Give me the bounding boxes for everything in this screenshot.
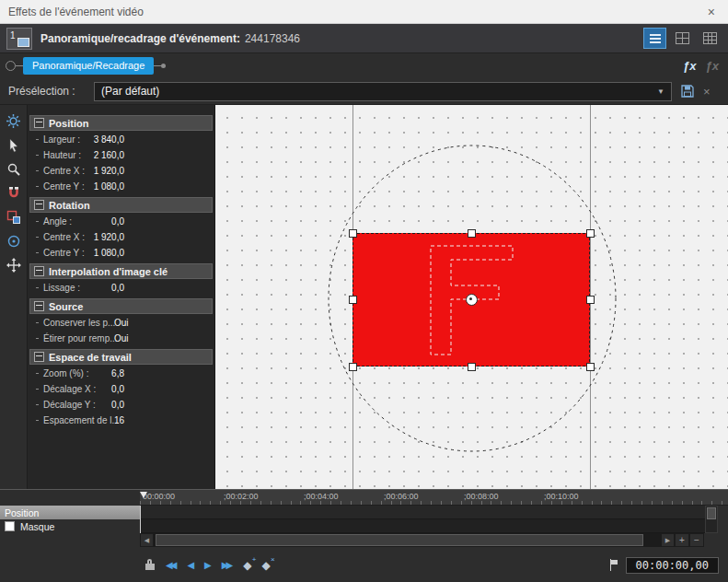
- section-source[interactable]: Source: [29, 298, 213, 314]
- masque-track-lane[interactable]: [140, 519, 705, 533]
- track-position[interactable]: Position: [0, 506, 140, 519]
- track-label: Masque: [20, 521, 54, 532]
- pan-crop-window: Effets de l'événement vidéo × 1 Panorami…: [0, 0, 728, 582]
- next-keyframe-button[interactable]: ▶: [204, 561, 212, 570]
- scale-about-center-tool-button[interactable]: [4, 231, 24, 250]
- layout-table-button[interactable]: [699, 28, 722, 49]
- property-row[interactable]: Lissage :0,0: [28, 280, 214, 296]
- property-row[interactable]: Décalage Y :0,0: [28, 397, 214, 413]
- zoom-out-button[interactable]: −: [689, 533, 704, 547]
- dialog-title: Panoramique/recadrage d'événement:244178…: [40, 32, 300, 45]
- move-cross-icon: [6, 258, 21, 273]
- vertical-scrollbar[interactable]: [705, 506, 718, 533]
- property-row[interactable]: Angle :0,0: [28, 214, 214, 229]
- handle-mid-right[interactable]: [586, 296, 595, 304]
- handle-bottom-center[interactable]: [468, 363, 476, 371]
- handle-bottom-left[interactable]: [349, 363, 357, 371]
- grid-icon: [676, 32, 689, 44]
- delete-preset-button[interactable]: ×: [703, 85, 711, 99]
- magnifier-icon: [6, 162, 21, 177]
- keyframe-diamond-icon: ◆: [243, 559, 251, 572]
- property-row[interactable]: Décalage X :0,0: [28, 381, 214, 397]
- property-row[interactable]: Hauteur :2 160,0: [28, 147, 214, 163]
- position-track-lane[interactable]: [140, 506, 705, 519]
- delete-keyframe-button[interactable]: ◆×: [261, 560, 270, 571]
- section-position[interactable]: Position: [29, 115, 213, 131]
- collapse-icon[interactable]: [34, 266, 44, 276]
- previous-keyframe-button[interactable]: ◀: [187, 561, 194, 570]
- collapse-icon[interactable]: [34, 118, 44, 128]
- section-keyframe-interpolation[interactable]: Interpolation d'image clé: [29, 263, 213, 279]
- property-row[interactable]: Centre Y :1 080,0: [28, 179, 214, 194]
- section-workspace[interactable]: Espace de travail: [29, 349, 213, 365]
- playhead-line[interactable]: [140, 506, 141, 533]
- handle-top-center[interactable]: [468, 229, 476, 238]
- property-row[interactable]: Centre X :1 920,0: [28, 229, 214, 245]
- cursor-time-display[interactable]: 00:00:00,00: [626, 557, 719, 574]
- keyframe-toolbar: ◀◀ ◀ ▶ ▶▶ ◆+ ◆× 00:00:00,00: [0, 547, 728, 582]
- property-row[interactable]: Centre X :1 920,0: [28, 163, 214, 179]
- vertical-scrollbar-thumb[interactable]: [707, 507, 716, 519]
- first-keyframe-button[interactable]: ◀◀: [166, 561, 177, 570]
- section-title: Position: [49, 118, 88, 129]
- handle-top-right[interactable]: [586, 229, 595, 238]
- scale-center-icon: [6, 234, 21, 249]
- snapping-tool-button[interactable]: [4, 183, 24, 203]
- section-rotation[interactable]: Rotation: [29, 197, 213, 213]
- toolbar-right: [643, 28, 722, 49]
- aspect-ratio-icon: [6, 210, 21, 225]
- scroll-left-button[interactable]: ◀: [140, 533, 154, 547]
- preset-dropdown[interactable]: (Par défaut) ▼: [94, 82, 672, 101]
- horizontal-scrollbar[interactable]: ◀ ▶ + −: [140, 533, 728, 547]
- save-preset-button[interactable]: [680, 84, 695, 99]
- event-toolbar: 1 Panoramique/recadrage d'événement:2441…: [0, 24, 728, 53]
- property-row[interactable]: Zoom (%) :6,8: [28, 366, 214, 381]
- properties-tool-button[interactable]: [4, 111, 24, 131]
- remove-effect-icon[interactable]: ƒx: [706, 59, 719, 73]
- track-masque[interactable]: Masque: [0, 519, 140, 533]
- handle-bottom-right[interactable]: [586, 363, 595, 371]
- collapse-icon[interactable]: [34, 200, 44, 210]
- ruler-label: ;00:06:00: [384, 492, 419, 501]
- move-freely-tool-button[interactable]: [4, 255, 24, 274]
- add-effect-icon[interactable]: ƒx: [683, 59, 696, 73]
- chevron-down-icon[interactable]: ▼: [657, 87, 664, 96]
- layout-grid-button[interactable]: [671, 28, 694, 49]
- lock-aspect-tool-button[interactable]: [4, 207, 24, 227]
- horizontal-scrollbar-thumb[interactable]: [156, 534, 643, 546]
- scroll-right-button[interactable]: ▶: [661, 533, 675, 547]
- floppy-icon: [680, 84, 695, 99]
- section-title: Rotation: [49, 200, 90, 211]
- handle-mid-left[interactable]: [349, 296, 357, 304]
- property-row[interactable]: Largeur :3 840,0: [28, 132, 214, 147]
- lock-cursor-icon[interactable]: [145, 559, 156, 571]
- zoom-edit-tool-button[interactable]: [4, 159, 24, 179]
- show-properties-button[interactable]: [643, 28, 666, 49]
- property-row[interactable]: Espacement de l...16: [28, 413, 214, 428]
- preset-value: (Par défaut): [101, 85, 159, 98]
- property-row[interactable]: Centre Y :1 080,0: [28, 245, 214, 261]
- ruler-label: ;00:08:00: [464, 492, 499, 501]
- scrollbar-trough[interactable]: [154, 533, 661, 547]
- insert-keyframe-button[interactable]: ◆+: [243, 560, 251, 571]
- keyframe-diamond-icon: ◆: [261, 559, 270, 572]
- chain-buttons: ƒx ƒx: [683, 59, 722, 73]
- masque-checkbox[interactable]: [5, 521, 15, 531]
- property-row[interactable]: Conserver les p...Oui: [28, 315, 214, 331]
- property-row[interactable]: Étirer pour remp...Oui: [28, 331, 214, 346]
- collapse-icon[interactable]: [34, 301, 44, 311]
- rotation-center-point[interactable]: [466, 294, 478, 306]
- collapse-icon[interactable]: [34, 352, 44, 362]
- last-keyframe-button[interactable]: ▶▶: [222, 561, 233, 570]
- crop-workspace[interactable]: [215, 105, 728, 489]
- zoom-in-button[interactable]: +: [675, 533, 689, 547]
- gear-icon: [6, 113, 21, 129]
- normal-edit-tool-button[interactable]: [4, 135, 24, 155]
- tab-pan-crop[interactable]: Panoramique/Recadrage: [23, 57, 154, 75]
- window-title: Effets de l'événement vidéo: [8, 6, 703, 18]
- timeline-cursor-marker[interactable]: [140, 492, 147, 498]
- time-ruler[interactable]: 00:00:00 ;00:02:00 ;00:04:00 ;00:06:00 ;…: [140, 490, 728, 506]
- close-icon[interactable]: ×: [703, 5, 720, 19]
- keyframe-track-area[interactable]: [140, 506, 705, 533]
- handle-top-left[interactable]: [349, 229, 357, 238]
